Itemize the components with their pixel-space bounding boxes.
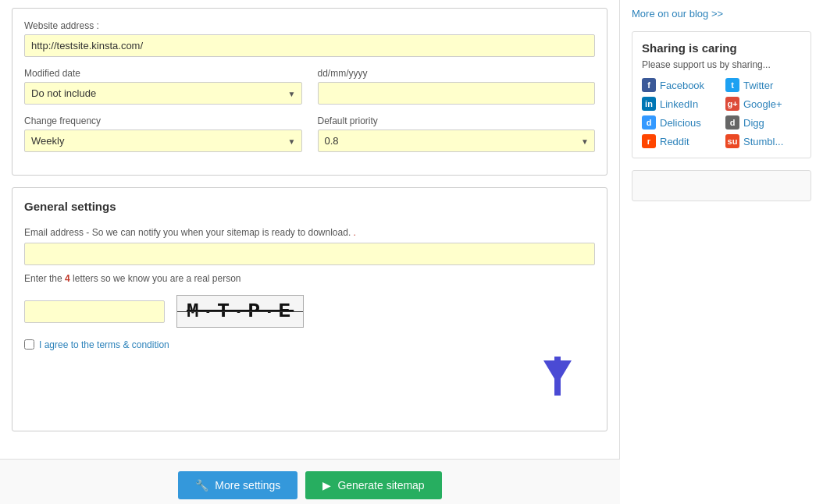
facebook-label: Facebook xyxy=(660,80,704,91)
email-input[interactable] xyxy=(24,243,595,265)
terms-link[interactable]: I agree to the terms & condition xyxy=(39,339,169,350)
captcha-label: Enter the 4 letters so we know you are a… xyxy=(24,273,595,284)
delicious-label: Delicious xyxy=(660,117,701,129)
modified-date-select[interactable]: Do not include Include xyxy=(24,82,302,105)
blue-arrow-container xyxy=(543,360,572,419)
digg-icon: d xyxy=(725,115,739,130)
share-delicious[interactable]: d Delicious xyxy=(642,115,718,130)
share-stumbleupon[interactable]: su Stumbl... xyxy=(725,134,801,148)
reddit-icon: r xyxy=(642,134,656,148)
buttons-row: 🔧 More settings ▶ Generate sitemap xyxy=(0,459,620,504)
play-icon: ▶ xyxy=(322,479,331,492)
captcha-input[interactable] xyxy=(24,300,165,323)
captcha-number: 4 xyxy=(65,273,70,284)
share-facebook[interactable]: f Facebook xyxy=(642,78,718,92)
generate-sitemap-button[interactable]: ▶ Generate sitemap xyxy=(305,471,441,499)
date-format-input[interactable] xyxy=(318,82,596,105)
digg-label: Digg xyxy=(743,117,764,129)
change-freq-select-wrap: Weekly Daily Monthly Yearly xyxy=(24,130,302,152)
website-address-input[interactable] xyxy=(24,34,595,57)
generate-sitemap-label: Generate sitemap xyxy=(337,479,424,492)
change-freq-select[interactable]: Weekly Daily Monthly Yearly xyxy=(24,130,302,152)
captcha-row: M·T·P·E xyxy=(24,295,595,328)
google-label: Google+ xyxy=(743,98,782,110)
captcha-image: M·T·P·E xyxy=(176,295,304,328)
modified-date-label: Modified date xyxy=(24,68,302,79)
email-description: Email address - So we can notify you whe… xyxy=(24,227,595,238)
sharing-title: Sharing is caring xyxy=(642,41,801,55)
share-digg[interactable]: d Digg xyxy=(725,115,801,130)
default-priority-select-wrap: 0.8 0.1 0.5 1.0 xyxy=(318,130,596,152)
share-twitter[interactable]: t Twitter xyxy=(725,78,801,92)
blog-link[interactable]: More on our blog >> xyxy=(632,8,811,20)
share-google[interactable]: g+ Google+ xyxy=(725,97,801,111)
share-reddit[interactable]: r Reddit xyxy=(642,134,718,148)
sharing-grid: f Facebook t Twitter in LinkedIn g+ Goog… xyxy=(642,78,801,148)
share-linkedin[interactable]: in LinkedIn xyxy=(642,97,718,111)
wrench-icon: 🔧 xyxy=(195,479,208,492)
arrow-indicator xyxy=(24,357,595,419)
modified-date-select-wrap: Do not include Include xyxy=(24,82,302,105)
stumbleupon-icon: su xyxy=(725,134,739,148)
facebook-icon: f xyxy=(642,78,656,92)
sidebar: More on our blog >> Sharing is caring Pl… xyxy=(620,0,823,504)
twitter-icon: t xyxy=(725,78,739,92)
general-settings-title: General settings xyxy=(24,200,595,218)
change-freq-label: Change frequency xyxy=(24,115,302,126)
sidebar-search-box xyxy=(632,170,811,201)
more-settings-label: More settings xyxy=(215,479,280,492)
terms-row: I agree to the terms & condition xyxy=(24,339,595,350)
default-priority-select[interactable]: 0.8 0.1 0.5 1.0 xyxy=(318,130,596,152)
sharing-desc: Please support us by sharing... xyxy=(642,59,801,70)
email-dot: . xyxy=(354,227,356,238)
captcha-text: M·T·P·E xyxy=(187,300,294,323)
reddit-label: Reddit xyxy=(660,136,689,147)
date-format-label: dd/mm/yyyy xyxy=(318,68,596,79)
stumbleupon-label: Stumbl... xyxy=(743,136,783,147)
terms-checkbox[interactable] xyxy=(24,339,34,350)
more-settings-button[interactable]: 🔧 More settings xyxy=(178,471,297,499)
linkedin-icon: in xyxy=(642,97,656,111)
delicious-icon: d xyxy=(642,115,656,130)
linkedin-label: LinkedIn xyxy=(660,98,698,110)
default-priority-label: Default priority xyxy=(318,115,596,126)
google-icon: g+ xyxy=(725,97,739,111)
website-address-label: Website address : xyxy=(24,20,595,31)
arrow-head xyxy=(543,360,572,384)
sharing-box: Sharing is caring Please support us by s… xyxy=(632,31,811,158)
twitter-label: Twitter xyxy=(743,80,773,91)
